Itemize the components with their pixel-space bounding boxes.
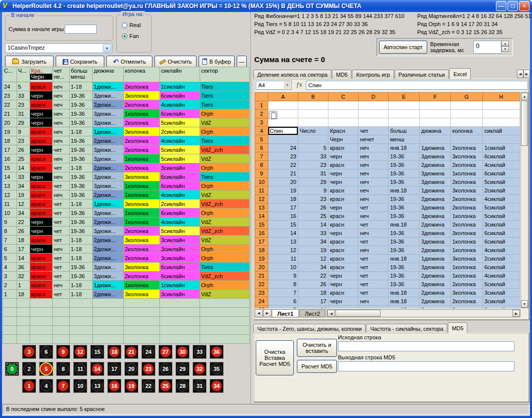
roulette-number-16[interactable]: 16	[107, 379, 121, 393]
delay-input[interactable]: 0	[473, 41, 501, 54]
grid-cell-D2[interactable]	[359, 110, 389, 118]
grid-cell-A17[interactable]: 13	[268, 238, 298, 246]
grid-corner[interactable]	[255, 93, 268, 101]
grid-cell-C18[interactable]: красн	[328, 246, 359, 255]
main-tab-5[interactable]: Excel	[449, 68, 471, 79]
horizontal-scroll-thumb[interactable]	[335, 310, 381, 317]
grid-cell-D25[interactable]: чет	[359, 306, 389, 309]
md5-output-input[interactable]	[338, 361, 514, 371]
grid-cell-G6[interactable]: 2колонка	[451, 144, 483, 152]
grid-cell-G7[interactable]: 3колонка	[451, 152, 483, 161]
grid-cell-A4[interactable]: Спин	[268, 127, 298, 135]
toolbar-button-6[interactable]: —	[237, 56, 247, 68]
grid-cell-D21[interactable]: чет	[359, 272, 389, 280]
grid-cell-A8[interactable]: 22	[268, 161, 298, 169]
grid-cell-C16[interactable]: черн	[328, 229, 359, 238]
grid-cell-F19[interactable]: 1дюжина	[420, 255, 451, 263]
grid-cell-A25[interactable]: 5	[268, 306, 298, 309]
grid-cell-G21[interactable]: 1колонка	[451, 272, 483, 280]
grid-cell-B8[interactable]: 23	[298, 161, 328, 169]
grid-cell-E25[interactable]: янв.18	[389, 306, 420, 309]
grid-cell-F7[interactable]: 3дюжина	[420, 152, 451, 161]
grid-cell-E17[interactable]: 19-36	[389, 238, 420, 246]
main-tab-2[interactable]: MD5	[332, 70, 351, 79]
casino-select[interactable]: 1CasinoTropez ▼	[5, 43, 112, 53]
grid-row-header-11[interactable]: 11	[255, 186, 268, 195]
roulette-number-33[interactable]: 33	[193, 345, 207, 359]
grid-row-header-10[interactable]: 10	[255, 178, 268, 186]
grid-cell-H11[interactable]: 2сиклай	[483, 186, 520, 195]
grid-cell-H24[interactable]: 3сиклай	[483, 297, 520, 306]
grid-cell-C13[interactable]: черн	[328, 203, 359, 212]
grid-column-header-A[interactable]: A	[268, 93, 298, 101]
grid-cell-E4[interactable]: больш	[389, 127, 420, 135]
scroll-up-icon[interactable]: ▲	[521, 93, 528, 100]
grid-cell-B17[interactable]: 34	[298, 238, 328, 246]
grid-cell-B19[interactable]: 12	[298, 255, 328, 263]
grid-cell-H18[interactable]: 4сиклай	[483, 246, 520, 255]
grid-row-header-5[interactable]: 5	[255, 135, 268, 144]
grid-cell-H1[interactable]	[483, 101, 520, 110]
grid-column-header-C[interactable]: C	[328, 93, 359, 101]
grid-cell-B23[interactable]: 18	[298, 289, 328, 297]
grid-cell-D23[interactable]: чет	[359, 289, 389, 297]
grid-cell-B4[interactable]: Число	[298, 127, 328, 135]
grid-cell-C25[interactable]: красн	[328, 306, 359, 309]
grid-cell-G3[interactable]	[451, 118, 483, 127]
grid-cell-H9[interactable]: 6сиклай	[483, 169, 520, 178]
grid-cell-A22[interactable]: 8	[268, 280, 298, 289]
roulette-number-15[interactable]: 15	[90, 345, 104, 359]
grid-cell-F10[interactable]: 3дюжина	[420, 178, 451, 186]
grid-cell-G13[interactable]: 2колонка	[451, 203, 483, 212]
grid-cell-A14[interactable]: 16	[268, 212, 298, 221]
grid-cell-D22[interactable]: чет	[359, 280, 389, 289]
grid-cell-E7[interactable]: 19-36	[389, 152, 420, 161]
grid-column-header-B[interactable]: B	[298, 93, 328, 101]
grid-cell-H22[interactable]: 5сиклай	[483, 280, 520, 289]
grid-cell-G18[interactable]: 1колонка	[451, 246, 483, 255]
grid-cell-H21[interactable]: 4сиклай	[483, 272, 520, 280]
grid-cell-C15[interactable]: красн	[328, 221, 359, 229]
roulette-number-22[interactable]: 22	[141, 379, 155, 393]
grid-cell-G8[interactable]: 2колонка	[451, 161, 483, 169]
grid-cell-A21[interactable]: 9	[268, 272, 298, 280]
grid-cell-E19[interactable]: янв.18	[389, 255, 420, 263]
grid-row-header-12[interactable]: 12	[255, 195, 268, 203]
scroll-left-icon[interactable]: ◀	[327, 310, 335, 317]
roulette-number-36[interactable]: 36	[210, 345, 224, 359]
grid-cell-H25[interactable]: 3сиклай	[483, 306, 520, 309]
grid-cell-C6[interactable]: красн	[328, 144, 359, 152]
grid-cell-C23[interactable]: красн	[328, 289, 359, 297]
vertical-scroll-thumb[interactable]	[521, 101, 528, 146]
grid-cell-A23[interactable]: 7	[268, 289, 298, 297]
grid-cell-E21[interactable]: 19-36	[389, 272, 420, 280]
grid-cell-B22[interactable]: 26	[298, 280, 328, 289]
grid-cell-C12[interactable]: красн	[328, 195, 359, 203]
grid-cell-C1[interactable]	[328, 101, 359, 110]
formula-input[interactable]: Спин	[306, 81, 528, 90]
grid-row-header-9[interactable]: 9	[255, 169, 268, 178]
grid-cell-E11[interactable]: янв.18	[389, 186, 420, 195]
grid-row-header-15[interactable]: 15	[255, 221, 268, 229]
grid-cell-C17[interactable]: красн	[328, 238, 359, 246]
grid-cell-A12[interactable]: 18	[268, 195, 298, 203]
roulette-number-30[interactable]: 30	[175, 345, 190, 359]
grid-row-header-22[interactable]: 22	[255, 280, 268, 289]
grid-cell-A19[interactable]: 11	[268, 255, 298, 263]
grid-cell-B14[interactable]: 25	[298, 212, 328, 221]
grid-cell-E10[interactable]: 19-36	[389, 178, 420, 186]
grid-cell-D17[interactable]: чет	[359, 238, 389, 246]
grid-cell-F12[interactable]: 2дюжина	[420, 195, 451, 203]
grid-cell-A13[interactable]: 17	[268, 203, 298, 212]
grid-row-header-2[interactable]: 2	[255, 110, 268, 118]
grid-cell-D6[interactable]: неч	[359, 144, 389, 152]
toolbar-button-4[interactable]: Очистить	[154, 56, 197, 68]
grid-cell-E22[interactable]: 19-36	[389, 280, 420, 289]
grid-cell-C24[interactable]: черн	[328, 297, 359, 306]
roulette-number-18[interactable]: 18	[107, 345, 121, 359]
grid-column-header-E[interactable]: E	[389, 93, 420, 101]
grid-cell-B5[interactable]	[298, 135, 328, 144]
roulette-number-24[interactable]: 24	[141, 345, 155, 359]
grid-cell-D7[interactable]: неч	[359, 152, 389, 161]
grid-cell-G9[interactable]: 1колонка	[451, 169, 483, 178]
